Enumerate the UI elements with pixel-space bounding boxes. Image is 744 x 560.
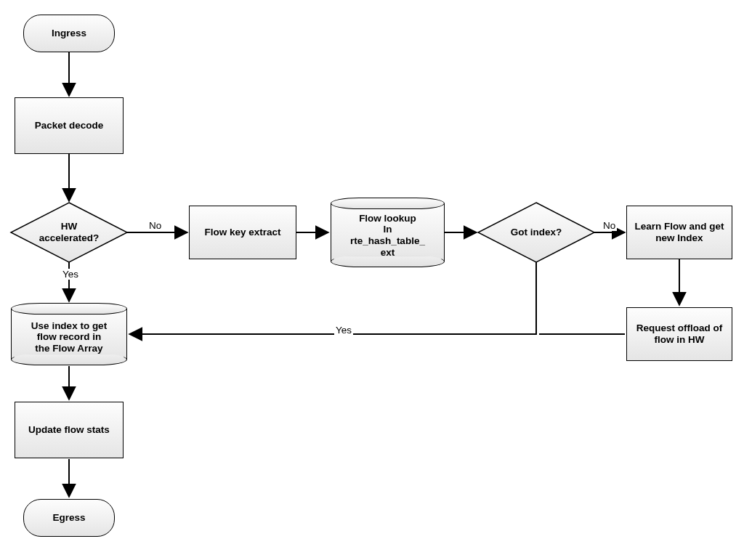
edge-label-hw-no: No	[147, 220, 163, 231]
datastore-use-index-label: Use index to get flow record in the Flow…	[11, 309, 127, 365]
flowchart-canvas: Ingress Packet decode HW accelerated? Fl…	[0, 0, 744, 560]
edge-label-gotindex-yes: Yes	[334, 325, 353, 336]
datastore-use-index: Use index to get flow record in the Flow…	[11, 303, 127, 365]
process-update-flow-stats-label: Update flow stats	[28, 424, 110, 436]
process-flow-key-extract-label: Flow key extract	[204, 227, 280, 238]
process-packet-decode: Packet decode	[15, 97, 124, 154]
datastore-flow-lookup-label: Flow lookup In rte_hash_table_ ext	[331, 203, 445, 267]
decision-got-index-label: Got index?	[511, 227, 562, 238]
edge-label-hw-yes: Yes	[61, 269, 80, 280]
process-update-flow-stats: Update flow stats	[15, 402, 124, 458]
process-request-offload-label: Request offload of flow in HW	[636, 322, 723, 345]
wires-layer	[0, 0, 744, 560]
terminator-egress: Egress	[23, 499, 115, 537]
edge-label-gotindex-no: No	[602, 220, 617, 231]
decision-hw-accelerated: HW accelerated?	[25, 215, 113, 250]
process-flow-key-extract: Flow key extract	[189, 206, 296, 259]
process-learn-flow: Learn Flow and get new Index	[626, 206, 732, 259]
decision-hw-accelerated-label: HW accelerated?	[39, 221, 100, 243]
process-request-offload: Request offload of flow in HW	[626, 307, 732, 361]
datastore-flow-lookup: Flow lookup In rte_hash_table_ ext	[331, 198, 445, 267]
process-packet-decode-label: Packet decode	[35, 120, 104, 131]
terminator-ingress: Ingress	[23, 15, 115, 52]
process-learn-flow-label: Learn Flow and get new Index	[634, 221, 724, 243]
decision-got-index: Got index?	[500, 224, 573, 241]
terminator-ingress-label: Ingress	[52, 28, 86, 39]
terminator-egress-label: Egress	[52, 512, 85, 524]
